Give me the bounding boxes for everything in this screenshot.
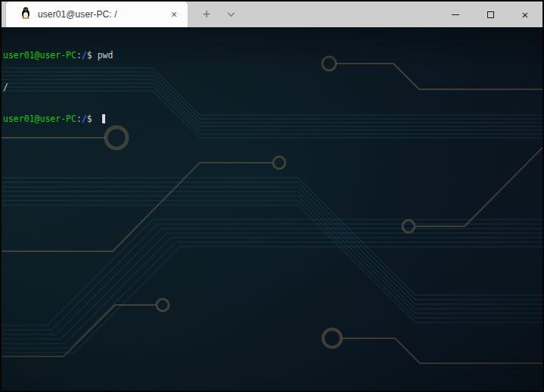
terminal-screen[interactable]: user01@user-PC:/$ pwd / user01@user-PC:/…	[2, 27, 542, 390]
terminal-line-prompt-1: user01@user-PC:/$ pwd	[3, 50, 113, 61]
tab-close-icon[interactable]: ×	[166, 7, 182, 22]
title-bar[interactable]: user01@user-PC: / × + ×	[2, 2, 542, 27]
window-controls: ×	[438, 2, 542, 27]
maximize-button[interactable]	[473, 2, 508, 27]
command-text: pwd	[92, 50, 113, 61]
tab-active[interactable]: user01@user-PC: / ×	[6, 2, 188, 27]
terminal-line-output: /	[3, 82, 113, 92]
close-button[interactable]: ×	[508, 2, 542, 27]
terminal-cursor	[102, 114, 105, 123]
maximize-icon	[487, 11, 494, 18]
chevron-down-icon[interactable]	[219, 2, 242, 27]
terminal-window: user01@user-PC: / × + ×	[0, 0, 544, 392]
minimize-icon	[452, 14, 459, 15]
terminal-output: user01@user-PC:/$ pwd / user01@user-PC:/…	[3, 29, 113, 145]
minimize-button[interactable]	[438, 2, 473, 27]
close-icon: ×	[522, 9, 529, 20]
tab-title: user01@user-PC: /	[38, 9, 160, 20]
linux-tux-icon	[20, 7, 31, 22]
terminal-line-prompt-2: user01@user-PC:/$	[3, 114, 113, 124]
new-tab-button[interactable]: +	[195, 2, 218, 27]
